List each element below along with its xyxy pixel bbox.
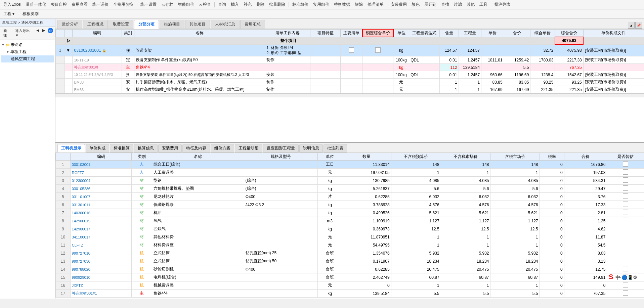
menu-fee-switch[interactable]: 全费用切换 — [111, 1, 135, 8]
lrow-cb-4[interactable] — [623, 185, 628, 191]
upper-row-4[interactable]: 10-11-22 8*1.2,W*1.2,R*3 换 设备支架安装 单件重量(k… — [56, 71, 644, 79]
lrow-code-9[interactable]: 142900017 — [70, 225, 132, 233]
menu-unified-adjust[interactable]: 统一调价 — [90, 1, 111, 8]
lower-tab-std-convert[interactable]: 标准换算 — [110, 144, 133, 152]
tree-item-unnamed[interactable]: ▼ 📁 未命名 — [1, 41, 54, 48]
lrow-code-17[interactable]: 补充主材001#1 — [70, 290, 132, 298]
menu-batch-list[interactable]: 批注列表 — [492, 1, 513, 8]
menu-tools[interactable]: 工具 — [477, 1, 489, 8]
menu-query[interactable]: 查询 — [216, 1, 228, 8]
lower-row-12[interactable]: 12 990727010 机 立式钻床 钻孔直径(mm) 25 台班 1.354… — [56, 249, 644, 257]
lower-row-9[interactable]: 9 142900017 材 乙炔气 kg 0.369973 12.5 12.5 … — [56, 225, 644, 233]
lrow-code-2[interactable]: RGFTZ — [70, 169, 132, 177]
cell-code-2[interactable]: 10-11-19 — [73, 56, 122, 64]
lrow-temp-17[interactable] — [607, 290, 644, 298]
lrow-cb-2[interactable] — [623, 169, 628, 175]
lrow-cb-6[interactable] — [623, 202, 628, 207]
lrow-temp-10[interactable] — [607, 233, 644, 241]
menu-reuse-price[interactable]: 复用组价 — [311, 1, 331, 8]
lower-row-2[interactable]: 2 RGFTZ 人 人工费调整 元 197.03105 1 1 1 0 197.… — [56, 169, 644, 177]
upper-row-1[interactable]: 1 ▼ 031002001001 🔒 项 管道支架 1. 材质: 角铁4*42.… — [56, 45, 644, 56]
lrow-cb-5[interactable] — [623, 193, 628, 199]
nav-badge[interactable]: ⊙ — [48, 28, 53, 33]
lrow-code-1[interactable]: 000103001 — [70, 161, 132, 169]
lower-tab-convert-info[interactable]: 换算信息 — [134, 144, 158, 152]
nav-prev[interactable]: ◀ — [35, 28, 40, 39]
lrow-temp-1[interactable] — [607, 161, 644, 169]
lrow-cb-16[interactable] — [623, 282, 628, 288]
tab-fee-settings[interactable]: 取费设置 — [109, 20, 133, 29]
cell-code-5[interactable]: BM33 — [73, 79, 122, 86]
lrow-code-16[interactable]: JXFTZ — [70, 281, 132, 290]
lower-row-17[interactable]: 17 补充主材001#1 主 角铁4*4 kg 139.5184 5.5 5.5… — [56, 290, 644, 298]
tab-fee-summary[interactable]: 费用汇总 — [240, 20, 265, 29]
menu-batch-delete[interactable]: 批量删除 — [267, 1, 287, 8]
expand-icon-1[interactable]: ▼ — [66, 48, 70, 53]
lrow-code-10[interactable]: 341100017 — [70, 233, 132, 241]
menu-smart-price[interactable]: 智能组价 — [176, 1, 196, 8]
lower-row-10[interactable]: 10 341100017 材 其他材料费 元 11.870951 1 1 1 0… — [56, 233, 644, 241]
tab-sections[interactable]: 分部分项 — [134, 20, 159, 29]
menu-delete[interactable]: 删除 — [254, 1, 266, 8]
sh-expand-icon[interactable]: ▷ — [67, 38, 70, 43]
cb-lock-1[interactable] — [375, 47, 381, 53]
cell-code-6[interactable]: BM66 — [73, 86, 122, 93]
upper-row-5[interactable]: BM33 安 钳手架搭拆费(给排水、采暖、燃气工程) 制作 元 1 1 83.8… — [56, 79, 644, 86]
upper-row-2[interactable]: 10-11-19 定 设备支架制作 单件重量(kg以内) 50 制作 100kg… — [56, 56, 644, 64]
menu-insert[interactable]: 插入 — [229, 1, 241, 8]
lower-row-3[interactable]: 3 012300004 材 型钢 (综合) kg 130.7985 4.085 … — [56, 177, 644, 185]
lower-row-4[interactable]: 4 030105286 材 六角螺栓带螺母、垫圈 (综合) kg 5.26183… — [56, 185, 644, 193]
lower-tab-annotations[interactable]: 批注列表 — [324, 144, 347, 152]
lrow-cb-8[interactable] — [623, 218, 628, 223]
menu-unlock[interactable]: 解除 — [353, 1, 365, 8]
lrow-temp-3[interactable] — [607, 177, 644, 185]
lrow-code-4[interactable]: 030105286 — [70, 185, 132, 193]
menu-replace-data[interactable]: 替换数据 — [332, 1, 352, 8]
lrow-temp-9[interactable] — [607, 225, 644, 233]
lower-tab-qty-detail[interactable]: 工程量明细 — [235, 144, 262, 152]
collapse-btn[interactable]: ▲ — [628, 22, 635, 29]
upper-row-6[interactable]: BM66 安 操作高度增加费_操作物高度 ≤10m(给排水、采暖、燃气工程) 制… — [56, 86, 644, 93]
lrow-code-14[interactable]: 990788020 — [70, 265, 132, 273]
lrow-temp-13[interactable] — [607, 257, 644, 265]
menu-install-fee[interactable]: 安装费用 — [389, 1, 409, 8]
toolbar-template[interactable]: 模板类别 — [20, 10, 41, 17]
nav-new[interactable]: 新建- — [2, 28, 13, 39]
cell-code-1[interactable]: 031002001001 🔒 — [73, 45, 122, 56]
lrow-cb-9[interactable] — [623, 226, 628, 231]
tab-measures[interactable]: 措施项目 — [160, 20, 184, 29]
cell-code-4[interactable]: 10-11-22 8*1.2,W*1.2,R*3 — [73, 71, 122, 79]
menu-other[interactable]: 其他 — [465, 1, 477, 8]
lrow-cb-11[interactable] — [623, 242, 628, 247]
lrow-temp-11[interactable] — [607, 241, 644, 249]
menu-cloud-check[interactable]: 云检查 — [197, 1, 213, 8]
lrow-temp-12[interactable] — [607, 249, 644, 257]
menu-arrange-list[interactable]: 整理清单 — [366, 1, 386, 8]
lower-row-5[interactable]: 5 031101007 材 尼龙砂轮片 Φ400 片 0.62285 6.032… — [56, 193, 644, 201]
lrow-code-6[interactable]: 031301011 — [70, 201, 132, 209]
tab-project-overview[interactable]: 工程概况 — [83, 20, 108, 29]
lower-tab-notes[interactable]: 说明信息 — [299, 144, 323, 152]
menu-price-unity[interactable]: 量价一体化 — [24, 1, 48, 8]
lrow-code-7[interactable]: 140300016 — [70, 209, 132, 217]
menu-find[interactable]: 查找 — [439, 1, 451, 8]
lower-row-1[interactable]: 1 000103001 人 综合工日(综合) 工日 11.33014 148 1… — [56, 161, 644, 169]
lrow-code-5[interactable]: 031101007 — [70, 193, 132, 201]
lrow-temp-8[interactable] — [607, 217, 644, 225]
lrow-code-3[interactable]: 012300004 — [70, 177, 132, 185]
lrow-temp-4[interactable] — [607, 185, 644, 193]
cb-main-1[interactable] — [349, 47, 354, 53]
menu-supplement[interactable]: 补充 — [242, 1, 254, 8]
lrow-cb-1[interactable] — [623, 161, 628, 167]
lrow-cb-12[interactable] — [623, 250, 628, 255]
menu-standard-price[interactable]: 标准组价 — [290, 1, 310, 8]
lrow-temp-5[interactable] — [607, 193, 644, 201]
upper-hscroll[interactable] — [55, 93, 644, 97]
nav-next[interactable]: ▶ — [41, 28, 46, 39]
menu-color[interactable]: 颜色 — [410, 1, 422, 8]
lrow-code-12[interactable]: 990727010 — [70, 249, 132, 257]
lrow-cb-10[interactable] — [623, 234, 628, 239]
lrow-cb-7[interactable] — [623, 210, 628, 215]
nav-import-export[interactable]: 导入导出▼ — [14, 28, 34, 39]
lower-row-16[interactable]: 16 JXFTZ 机 机械费调整 元 0 1 1 1 0 0 — [56, 281, 644, 290]
